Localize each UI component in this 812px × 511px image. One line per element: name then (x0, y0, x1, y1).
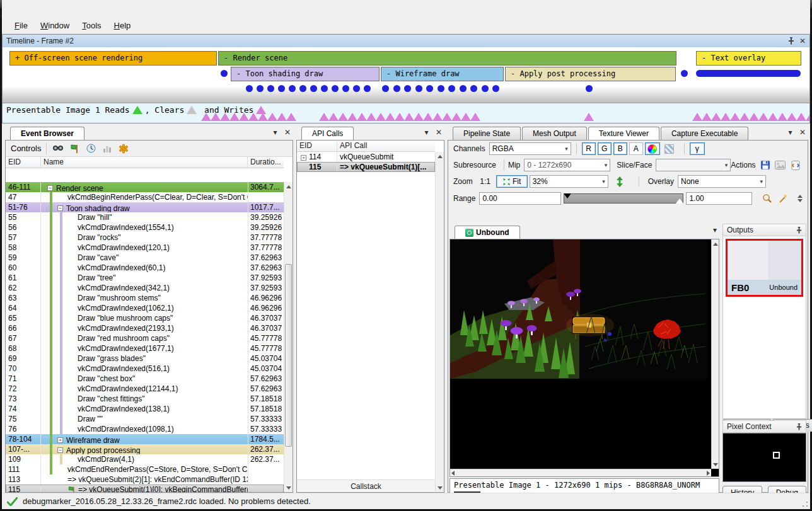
pin-icon[interactable] (796, 423, 802, 430)
menu-file[interactable]: File (8, 19, 34, 32)
event-row[interactable]: 58vkCmdDrawIndexed(120,1)37.77778 (6, 243, 284, 253)
write-triangle-icon[interactable] (328, 113, 339, 121)
close-icon[interactable]: ✕ (436, 128, 442, 137)
event-row[interactable]: 76vkCmdDrawIndexed(1098,1)57.33333 (6, 424, 284, 434)
timeline-event-dot[interactable] (438, 85, 444, 92)
write-triangle-icon[interactable] (768, 113, 778, 121)
timeline-event-dot[interactable] (267, 85, 274, 92)
overlay-select[interactable]: None ▾ (678, 175, 766, 188)
event-row[interactable]: 61Draw "tree"37.92593 (6, 273, 284, 283)
event-row[interactable]: 67Draw "red mushroom caps"45.77778 (6, 333, 284, 343)
timeline-event-dot[interactable] (364, 85, 371, 92)
timeline-event-dot[interactable] (342, 85, 349, 92)
pin-icon[interactable] (796, 227, 802, 234)
write-triangle-icon[interactable] (248, 113, 258, 121)
expand-icon[interactable]: + (301, 155, 306, 161)
timeline-event-dot[interactable] (257, 85, 264, 92)
timeline-event-dot[interactable] (681, 70, 688, 77)
write-triangle-icon[interactable] (432, 113, 443, 121)
event-row[interactable]: 55Draw "hill"39.25926 (6, 212, 284, 222)
menu-help[interactable]: Help (108, 19, 137, 32)
timeline-bar-wireframe-draw[interactable]: - Wireframe draw (381, 67, 504, 81)
write-triangle-icon[interactable] (347, 113, 357, 121)
write-triangle-icon[interactable] (229, 113, 240, 121)
write-triangle-icon[interactable] (470, 113, 480, 121)
event-row[interactable]: 72vkCmdDrawIndexed(12144,1)57.62963 (6, 384, 284, 394)
fit-button[interactable]: Fit (496, 175, 528, 188)
timeline-event-dot[interactable] (321, 85, 328, 92)
timeline-event-dot[interactable] (393, 85, 400, 92)
event-row[interactable]: 78-104+Wireframe draw1784.5... (6, 434, 284, 444)
timeline-event-dot[interactable] (310, 85, 317, 92)
api-call-row[interactable]: +114vkQueueSubmit (297, 152, 435, 162)
event-row[interactable]: 70vkCmdDrawIndexed(516,1)45.03704 (6, 364, 284, 374)
write-triangle-icon[interactable] (787, 113, 797, 121)
write-triangle-icon[interactable] (211, 113, 221, 121)
texture-image[interactable] (450, 239, 707, 379)
write-triangle-icon[interactable] (702, 113, 712, 121)
timeline-bar-off-screen-scene-rendering[interactable]: + Off-screen scene rendering (9, 51, 217, 66)
write-triangle-icon[interactable] (267, 113, 277, 121)
autofit-wand-icon[interactable] (777, 193, 790, 204)
col-eid[interactable]: EID (6, 157, 41, 168)
write-triangle-icon[interactable] (395, 113, 405, 121)
write-triangle-icon[interactable] (319, 113, 329, 121)
menu-window[interactable]: Window (34, 19, 76, 32)
write-triangle-icon[interactable] (442, 113, 452, 121)
event-row[interactable]: 62vkCmdDrawIndexed(342,1)37.92593 (6, 283, 284, 293)
write-triangle-icon[interactable] (451, 113, 461, 121)
timeline-event-dot[interactable] (492, 85, 499, 92)
write-triangle-icon[interactable] (376, 113, 386, 121)
write-triangle-icon[interactable] (740, 113, 750, 121)
write-triangle-icon[interactable] (277, 113, 287, 121)
scroll-down-icon[interactable] (712, 460, 719, 469)
open-docs-icon[interactable] (790, 159, 801, 171)
expand-icon[interactable]: + (57, 437, 63, 443)
range-max-input[interactable]: 1.00 (686, 192, 752, 205)
range-black-handle[interactable] (564, 193, 571, 198)
tab-api-calls[interactable]: API Calls (301, 127, 354, 140)
collapse-icon[interactable]: − (57, 205, 63, 211)
range-white-handle[interactable] (676, 198, 683, 204)
write-triangle-icon[interactable] (220, 113, 230, 121)
tab-unbound-texture[interactable]: Unbound (455, 226, 520, 239)
event-row[interactable]: 64vkCmdDrawIndexed(1062,1)46.96296 (6, 303, 284, 313)
write-triangle-icon[interactable] (796, 113, 806, 121)
write-triangle-icon[interactable] (777, 113, 787, 121)
timeline-event-dot[interactable] (289, 85, 296, 92)
event-row[interactable]: 66vkCmdDrawIndexed(2193,1)46.37037 (6, 323, 284, 333)
timeline-bar-toon-shading-draw[interactable]: - Toon shading draw (231, 67, 380, 81)
texture-hscrollbar[interactable] (450, 469, 711, 476)
dropdown-icon[interactable]: ▾ (789, 128, 792, 137)
write-triangle-icon[interactable] (584, 113, 594, 121)
col-name[interactable]: Name (41, 157, 248, 168)
timeline-bar-apply-post-processing[interactable]: - Apply post processing (505, 67, 676, 81)
write-triangle-icon[interactable] (806, 113, 809, 121)
event-row[interactable]: 75Draw ""57.33333 (6, 414, 284, 424)
range-slider[interactable] (564, 193, 683, 204)
write-triangle-icon[interactable] (423, 113, 433, 121)
timeline-event-dot[interactable] (382, 85, 389, 92)
timeline-event-dot[interactable] (353, 85, 360, 92)
scroll-left-icon[interactable] (451, 471, 455, 476)
write-triangle-icon[interactable] (461, 113, 471, 121)
event-row[interactable]: 109vkCmdDraw(4,1)262.37... (6, 454, 284, 464)
scroll-up-icon[interactable] (284, 182, 293, 191)
scroll-up-icon[interactable] (712, 239, 719, 248)
custom-shader-icon[interactable] (645, 142, 660, 155)
timeline-event-dot[interactable] (448, 85, 455, 92)
timeline-event-dot[interactable] (470, 85, 477, 92)
timeline-event-dot[interactable] (404, 85, 411, 92)
col-duration[interactable]: Duratio... (248, 157, 284, 168)
timeline-bar-text-overlay[interactable]: - Text overlay (696, 51, 801, 66)
write-triangle-icon[interactable] (721, 113, 731, 121)
time-draws-icon[interactable] (84, 143, 97, 154)
scroll-down-icon[interactable] (284, 483, 293, 492)
zoom-1to1-button[interactable]: 1:1 (477, 175, 494, 188)
write-triangle-icon[interactable] (758, 113, 768, 121)
col-eid[interactable]: EID (297, 141, 337, 151)
timeline-event-pill[interactable] (696, 70, 801, 77)
api-table-header[interactable]: EID API Call (297, 141, 435, 152)
sliceface-select[interactable]: ▾ (656, 159, 731, 171)
event-row[interactable]: 51-76−Toon shading draw1017.7... (6, 202, 284, 212)
